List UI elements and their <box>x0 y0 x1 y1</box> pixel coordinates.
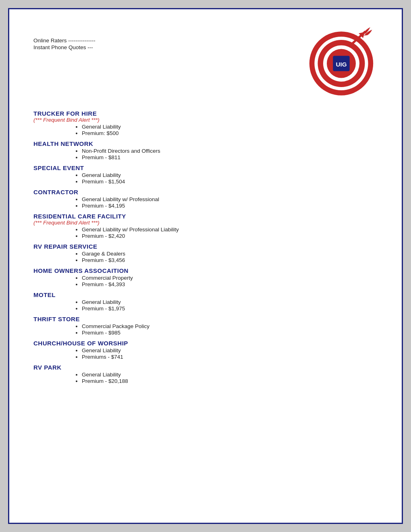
list-item: Premium - $2,420 <box>82 233 378 239</box>
online-raters-label: Online Raters --------------- <box>33 37 95 44</box>
list-item: General Liability <box>82 347 378 353</box>
company-logo: UIG <box>305 25 378 98</box>
svg-text:UIG: UIG <box>336 61 347 68</box>
list-item: Garage & Dealers <box>82 251 378 257</box>
logo-container: UIG <box>305 25 378 98</box>
list-item: Commercial Package Policy <box>82 323 378 329</box>
account-entry: MOTELGeneral LiabilityPremium - $1,975 <box>33 291 378 312</box>
account-name: THRIFT STORE <box>33 316 378 322</box>
account-entry: RV PARKGeneral LiabilityPremium - $20,18… <box>33 364 378 384</box>
list-item: Premium - $1,975 <box>82 305 378 312</box>
phone-quotes-label: Instant Phone Quotes --- <box>33 44 93 50</box>
account-name: CHURCH/HOUSE OF WORSHIP <box>33 340 378 347</box>
account-entry: HEALTH NETWORKNon-Profit Directors and O… <box>33 140 378 160</box>
account-details: General LiabilityPremium: $500 <box>33 124 378 136</box>
bind-ratio-line-1: Online Raters --------------- <box>33 37 297 44</box>
account-details: General LiabilityPremiums - $741 <box>33 347 378 360</box>
bind-ratio-line-2: Instant Phone Quotes --- <box>33 44 297 50</box>
account-name: HEALTH NETWORK <box>33 140 378 147</box>
account-entry: RESIDENTIAL CARE FACILITY(*** Frequent B… <box>33 213 378 239</box>
account-details: General LiabilityPremium - $1,975 <box>33 299 378 312</box>
list-item: Premiums - $741 <box>82 354 378 360</box>
header-text: Online Raters --------------- Instant Ph… <box>33 29 297 54</box>
account-details: Garage & DealersPremium - $3,456 <box>33 251 378 263</box>
list-item: Premium: $500 <box>82 130 378 136</box>
account-name: HOME OWNERS ASSOCAITION <box>33 267 378 274</box>
list-item: Non-Profit Directors and Officers <box>82 148 378 154</box>
list-item: General Liability <box>82 372 378 378</box>
account-details: General Liability w/ Professional Liabil… <box>33 227 378 239</box>
account-name: CONTRACTOR <box>33 189 378 195</box>
account-entry: CHURCH/HOUSE OF WORSHIPGeneral Liability… <box>33 340 378 360</box>
list-item: General Liability <box>82 299 378 305</box>
account-name: RV REPAIR SERVICE <box>33 243 378 250</box>
list-item: Premium - $1,504 <box>82 179 378 185</box>
account-details: General LiabilityPremium - $20,188 <box>33 372 378 384</box>
account-entry: CONTRACTORGeneral Liability w/ Professio… <box>33 189 378 209</box>
account-name: MOTEL <box>33 291 378 298</box>
list-item: General Liability w/ Professional Liabil… <box>82 227 378 233</box>
account-details: General Liability w/ ProfessionalPremium… <box>33 196 378 209</box>
account-entry: RV REPAIR SERVICEGarage & DealersPremium… <box>33 243 378 263</box>
account-details: General LiabilityPremium - $1,504 <box>33 172 378 185</box>
list-item: General Liability <box>82 124 378 130</box>
accounts-list: TRUCKER FOR HIRE(*** Frequent Bind Alert… <box>33 110 378 384</box>
account-details: Commercial Package PolicyPremium - $985 <box>33 323 378 336</box>
list-item: Premium - $20,188 <box>82 378 378 384</box>
page: Online Raters --------------- Instant Ph… <box>8 8 403 524</box>
account-entry: HOME OWNERS ASSOCAITIONCommercial Proper… <box>33 267 378 287</box>
account-entry: SPECIAL EVENTGeneral LiabilityPremium - … <box>33 164 378 185</box>
list-item: Premium - $3,456 <box>82 257 378 263</box>
account-details: Non-Profit Directors and OfficersPremium… <box>33 148 378 160</box>
list-item: General Liability w/ Professional <box>82 196 378 202</box>
list-item: Premium - $811 <box>82 154 378 160</box>
account-entry: TRUCKER FOR HIRE(*** Frequent Bind Alert… <box>33 110 378 136</box>
list-item: Premium - $4,195 <box>82 203 378 209</box>
frequent-bind-alert: (*** Frequent Bind Alert ***) <box>33 220 378 226</box>
account-name: RV PARK <box>33 364 378 371</box>
bind-ratios-section: Online Raters --------------- Instant Ph… <box>33 37 297 50</box>
list-item: Premium - $985 <box>82 330 378 336</box>
list-item: Commercial Property <box>82 275 378 281</box>
account-entry: THRIFT STORECommercial Package PolicyPre… <box>33 316 378 336</box>
account-details: Commercial PropertyPremium - $4,393 <box>33 275 378 287</box>
account-name: SPECIAL EVENT <box>33 164 378 171</box>
list-item: Premium - $4,393 <box>82 281 378 287</box>
account-name: TRUCKER FOR HIRE <box>33 110 378 117</box>
header-row: Online Raters --------------- Instant Ph… <box>33 29 378 98</box>
frequent-bind-alert: (*** Frequent Bind Alert ***) <box>33 117 378 123</box>
account-name: RESIDENTIAL CARE FACILITY <box>33 213 378 220</box>
list-item: General Liability <box>82 172 378 178</box>
